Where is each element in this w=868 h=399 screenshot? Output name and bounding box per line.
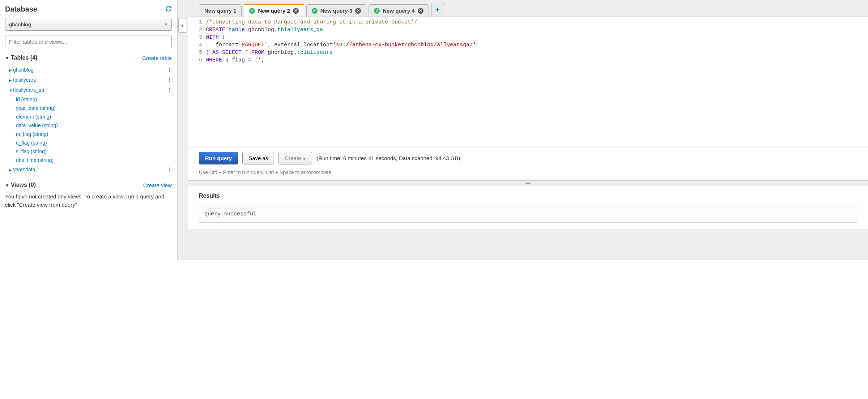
tab-label: New query 3 (320, 8, 352, 14)
run-query-button[interactable]: Run query (199, 152, 238, 164)
add-tab-button[interactable]: + (431, 3, 444, 17)
close-tab-icon[interactable]: ✕ (293, 8, 299, 14)
save-as-button[interactable]: Save as (242, 152, 274, 164)
table-item: ▼tblallyears_qa ⋮ (5, 85, 172, 95)
chevron-left-icon: ‹ (182, 22, 184, 29)
column-item[interactable]: m_flag (string) (16, 130, 172, 138)
column-item[interactable]: id (string) (16, 95, 172, 104)
tab-new-query-4[interactable]: ✓ New query 4 ✕ (369, 4, 429, 17)
column-item[interactable]: s_flag (string) (16, 147, 172, 156)
query-tabs: New query 1 ✓ New query 2 ✕ ✓ New query … (188, 3, 868, 17)
filter-tables-input[interactable] (5, 35, 172, 48)
plus-icon: + (436, 6, 440, 14)
tables-section-header[interactable]: ▼Tables (4) (5, 55, 37, 61)
caret-down-icon: ▼ (164, 22, 168, 26)
table-name[interactable]: ▶ghcnblog (9, 67, 34, 73)
create-view-link[interactable]: Create view (143, 182, 172, 188)
table-item: ▶ghcnblog ⋮ (5, 65, 172, 75)
close-tab-icon[interactable]: ✕ (418, 8, 424, 14)
table-item: ▶tblallyears ⋮ (5, 75, 172, 85)
column-list: id (string) year_data (string) element (… (5, 95, 172, 164)
run-metadata: (Run time: 6 minutes 41 seconds, Data sc… (316, 155, 460, 161)
column-item[interactable]: q_flag (string) (16, 138, 172, 147)
create-table-link[interactable]: Create table (142, 55, 172, 61)
status-ok-icon: ✓ (249, 8, 255, 14)
column-item[interactable]: year_data (string) (16, 104, 172, 112)
table-menu-icon[interactable]: ⋮ (167, 67, 172, 73)
editor-gutter: 123456 (199, 18, 206, 146)
results-panel: Results Query successful. (188, 186, 868, 229)
refresh-icon[interactable] (165, 5, 172, 13)
results-message: Query successful. (199, 206, 857, 223)
panel-divider: ‹ (177, 0, 188, 260)
tab-label: New query 4 (383, 8, 414, 14)
table-item: ▶yearsdata ⋮ (5, 164, 172, 175)
database-sidebar: Database ghcnblog ▼ ▼Tables (4) Create t… (0, 0, 177, 260)
main-area: New query 1 ✓ New query 2 ✕ ✓ New query … (188, 0, 868, 260)
sidebar-title: Database (5, 5, 37, 13)
status-ok-icon: ✓ (374, 8, 380, 14)
tab-label: New query 2 (258, 8, 290, 14)
table-name[interactable]: ▼tblallyears_qa (9, 87, 44, 93)
create-dropdown-button[interactable]: Create▼ (278, 152, 312, 164)
table-menu-icon[interactable]: ⋮ (167, 167, 172, 172)
tables-list: ▶ghcnblog ⋮ ▶tblallyears ⋮ ▼tblallyears_… (5, 65, 172, 175)
keyboard-hint: Use Ctrl + Enter to run query, Ctrl + Sp… (188, 167, 868, 180)
tab-label: New query 1 (204, 8, 236, 14)
editor-code[interactable]: /*converting data to Parquet and storing… (206, 18, 868, 146)
column-item[interactable]: obs_time (string) (16, 156, 172, 164)
column-item[interactable]: data_value (string) (16, 121, 172, 130)
database-selected-value: ghcnblog (9, 21, 31, 27)
status-ok-icon: ✓ (312, 8, 318, 14)
views-section-header[interactable]: ▼Views (0) (5, 182, 36, 188)
table-name[interactable]: ▶yearsdata (9, 167, 35, 172)
sql-editor[interactable]: 123456 /*converting data to Parquet and … (188, 17, 868, 147)
database-select[interactable]: ghcnblog ▼ (5, 18, 172, 31)
table-name[interactable]: ▶tblallyears (9, 77, 36, 83)
tab-new-query-3[interactable]: ✓ New query 3 ✕ (306, 4, 366, 17)
column-item[interactable]: element (string) (16, 112, 172, 121)
table-menu-icon[interactable]: ⋮ (167, 77, 172, 83)
tab-new-query-2[interactable]: ✓ New query 2 ✕ (244, 4, 304, 17)
close-tab-icon[interactable]: ✕ (355, 8, 361, 14)
query-toolbar: Run query Save as Create▼ (Run time: 6 m… (188, 147, 868, 167)
grip-icon: ••• (526, 180, 531, 186)
views-empty-note: You have not created any views. To creat… (5, 193, 172, 209)
results-title: Results (199, 193, 857, 199)
caret-down-icon: ▼ (302, 157, 306, 161)
table-menu-icon[interactable]: ⋮ (167, 87, 172, 93)
tab-new-query-1[interactable]: New query 1 (199, 4, 242, 17)
vertical-splitter[interactable]: ••• (188, 180, 868, 186)
collapse-sidebar-button[interactable]: ‹ (178, 18, 187, 33)
